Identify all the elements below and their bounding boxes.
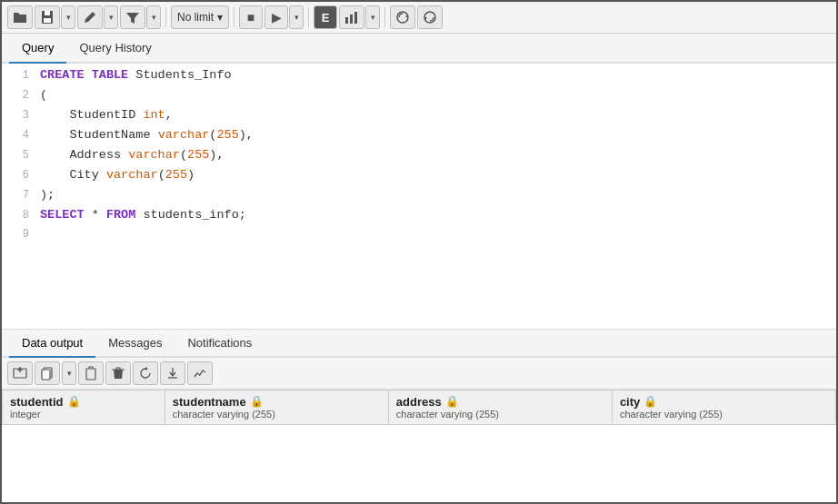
code-editor[interactable]: 1 CREATE TABLE Students_Info 2 ( 3 Stude…: [2, 64, 836, 330]
save-button[interactable]: [35, 5, 60, 29]
copy-caret: ▾: [67, 369, 72, 378]
save-group: ▾: [35, 5, 75, 29]
extra-button-2[interactable]: [417, 5, 443, 29]
result-table-wrap[interactable]: studentid 🔒 integer studentname 🔒 charac…: [2, 390, 836, 503]
code-line-2: 2 (: [2, 87, 836, 107]
col-address: address 🔒 character varying (255): [388, 390, 612, 424]
stop-button[interactable]: ■: [239, 5, 263, 29]
separator-2: [234, 7, 234, 27]
svg-rect-1: [45, 11, 50, 15]
svg-rect-5: [354, 12, 357, 24]
svg-rect-13: [86, 369, 95, 380]
svg-rect-12: [42, 370, 50, 380]
tab-data-output[interactable]: Data output: [9, 330, 95, 358]
tab-query[interactable]: Query: [9, 34, 66, 64]
result-toolbar: ▾: [2, 358, 836, 390]
toolbar: ▾ ▾ ▾ No limit ▾ ■: [2, 2, 836, 34]
code-line-7: 7 );: [2, 187, 836, 207]
paste-button[interactable]: [78, 361, 104, 385]
stop-icon: ■: [247, 10, 254, 25]
open-group: [7, 5, 33, 29]
limit-caret: ▾: [217, 11, 223, 24]
col-studentname: studentname 🔒 character varying (255): [165, 390, 388, 424]
filter-group: ▾: [120, 5, 161, 29]
run-dropdown-caret: ▾: [294, 13, 299, 22]
code-line-6: 6 City varchar(255): [2, 167, 836, 187]
separator-3: [308, 7, 309, 27]
query-tabs: Query Query History: [2, 34, 836, 64]
result-table: studentid 🔒 integer studentname 🔒 charac…: [2, 390, 836, 425]
refresh-button[interactable]: [133, 361, 158, 385]
save-dropdown-button[interactable]: ▾: [61, 5, 75, 29]
code-line-3: 3 StudentID int,: [2, 107, 836, 127]
analytics-button[interactable]: [187, 361, 213, 385]
col-studentid: studentid 🔒 integer: [3, 390, 165, 424]
run-group: ▶ ▾: [264, 5, 304, 29]
code-line-8: 8 SELECT * FROM students_info;: [2, 207, 836, 227]
edit-dropdown-button[interactable]: ▾: [104, 5, 118, 29]
lock-icon-3: 🔒: [445, 395, 459, 408]
chart-dropdown-button[interactable]: ▾: [365, 5, 380, 29]
add-row-button[interactable]: [7, 361, 33, 385]
limit-label: No limit: [177, 11, 214, 24]
copy-button[interactable]: [35, 361, 60, 385]
separator-4: [384, 7, 385, 27]
main-window: ▾ ▾ ▾ No limit ▾ ■: [0, 0, 838, 504]
limit-dropdown[interactable]: No limit ▾: [171, 5, 229, 29]
explain-icon: E: [322, 11, 330, 25]
svg-rect-4: [350, 15, 353, 24]
filter-button[interactable]: [120, 5, 145, 29]
result-tabs: Data output Messages Notifications: [2, 330, 836, 358]
run-dropdown-button[interactable]: ▾: [289, 5, 304, 29]
lock-icon-2: 🔒: [250, 395, 264, 408]
separator-1: [165, 7, 166, 27]
edit-group: ▾: [77, 5, 118, 29]
edit-button[interactable]: [77, 5, 103, 29]
lock-icon-4: 🔒: [643, 395, 657, 408]
tab-notifications[interactable]: Notifications: [175, 330, 264, 358]
run-button[interactable]: ▶: [264, 5, 288, 29]
chart-group: ▾: [339, 5, 380, 29]
tab-query-history[interactable]: Query History: [66, 34, 164, 64]
delete-row-button[interactable]: [105, 361, 131, 385]
run-icon: ▶: [272, 10, 282, 25]
extra-button-1[interactable]: [390, 5, 415, 29]
explain-button[interactable]: E: [314, 5, 337, 29]
col-city: city 🔒 character varying (255): [612, 390, 835, 424]
open-folder-button[interactable]: [7, 5, 33, 29]
chart-button[interactable]: [339, 5, 364, 29]
lock-icon-1: 🔒: [67, 395, 81, 408]
svg-rect-2: [44, 18, 51, 23]
download-button[interactable]: [160, 361, 185, 385]
copy-dropdown-button[interactable]: ▾: [62, 361, 76, 385]
code-line-4: 4 StudentName varchar(255),: [2, 127, 836, 147]
code-line-5: 5 Address varchar(255),: [2, 147, 836, 167]
code-line-9: 9: [2, 227, 836, 247]
code-line-1: 1 CREATE TABLE Students_Info: [2, 67, 836, 87]
filter-dropdown-button[interactable]: ▾: [146, 5, 161, 29]
svg-rect-3: [345, 17, 348, 24]
tab-messages[interactable]: Messages: [95, 330, 175, 358]
chart-caret: ▾: [371, 13, 375, 22]
